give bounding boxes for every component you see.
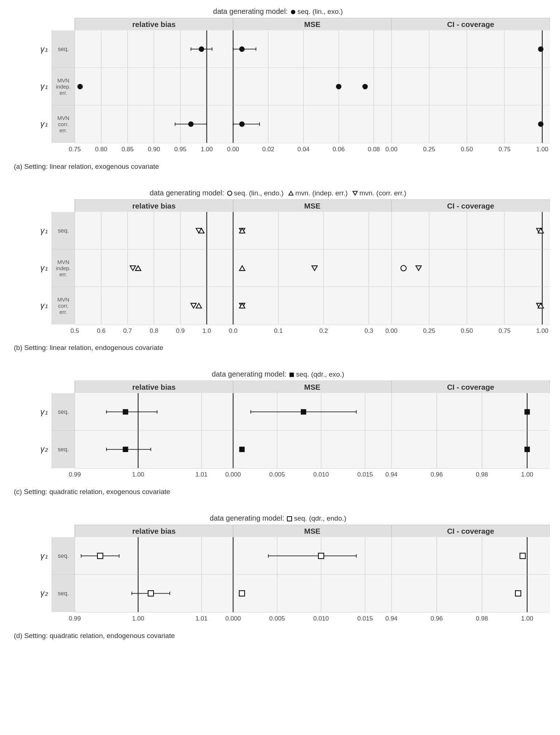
svg-text:corr.: corr. — [58, 121, 69, 127]
svg-text:0.005: 0.005 — [269, 615, 285, 622]
svg-text:MSE: MSE — [304, 202, 320, 210]
svg-text:corr.: corr. — [58, 303, 69, 309]
panel-legend-d: data generating model: seq. (qdr., endo.… — [10, 514, 550, 522]
svg-text:0.90: 0.90 — [148, 145, 160, 153]
svg-text:relative bias: relative bias — [132, 20, 176, 28]
svg-rect-305 — [75, 431, 233, 468]
svg-text:0.010: 0.010 — [313, 615, 329, 622]
svg-rect-320 — [239, 447, 245, 452]
panel-caption-d: (d) Setting: quadratic relation, endogen… — [10, 632, 550, 640]
svg-text:0.010: 0.010 — [313, 471, 329, 478]
svg-rect-407 — [516, 591, 521, 596]
svg-text:MVN: MVN — [57, 259, 69, 265]
svg-text:0.04: 0.04 — [298, 145, 310, 153]
svg-text:MSE: MSE — [304, 20, 320, 28]
svg-rect-394 — [233, 575, 391, 612]
svg-text:γ₁: γ₁ — [40, 263, 47, 272]
svg-rect-327 — [525, 447, 530, 452]
svg-text:seq.: seq. — [58, 409, 69, 415]
chart-svg-d: relative biasMSECI - coverageγ₁seq.γ₂seq… — [10, 525, 550, 631]
svg-point-96 — [188, 121, 194, 127]
svg-text:γ₁: γ₁ — [40, 225, 47, 235]
svg-rect-108 — [392, 105, 550, 143]
svg-text:γ₁: γ₁ — [40, 551, 47, 560]
svg-text:0.06: 0.06 — [332, 145, 345, 153]
svg-text:1.00: 1.00 — [521, 471, 533, 478]
svg-text:0.98: 0.98 — [476, 615, 488, 622]
svg-text:0.85: 0.85 — [121, 145, 133, 153]
svg-text:0.02: 0.02 — [262, 145, 274, 153]
svg-text:0.00: 0.00 — [385, 327, 397, 334]
svg-point-70 — [362, 84, 368, 89]
svg-rect-379 — [520, 553, 525, 559]
svg-text:γ₂: γ₂ — [40, 588, 48, 598]
svg-point-37 — [239, 46, 245, 52]
svg-text:0.80: 0.80 — [95, 145, 107, 153]
svg-text:0.2: 0.2 — [319, 327, 328, 334]
svg-text:1.01: 1.01 — [195, 615, 207, 622]
svg-text:0.25: 0.25 — [423, 327, 435, 334]
svg-text:0.75: 0.75 — [498, 145, 510, 153]
svg-rect-313 — [123, 447, 128, 452]
svg-marker-133 — [289, 191, 293, 195]
svg-point-0 — [291, 10, 295, 14]
svg-text:0.50: 0.50 — [461, 327, 473, 334]
svg-text:1.0: 1.0 — [202, 327, 211, 334]
svg-text:err.: err. — [59, 272, 67, 277]
svg-text:relative bias: relative bias — [132, 383, 176, 391]
svg-text:0.75: 0.75 — [69, 145, 81, 153]
chart-svg-c: relative biasMSECI - coverageγ₁seq.γ₂seq… — [10, 381, 550, 487]
svg-text:0.000: 0.000 — [225, 615, 241, 622]
svg-point-69 — [336, 84, 342, 89]
svg-text:0.96: 0.96 — [431, 471, 443, 478]
svg-text:CI - coverage: CI - coverage — [447, 20, 494, 28]
svg-text:1.00: 1.00 — [521, 615, 533, 622]
svg-rect-372 — [318, 553, 324, 559]
svg-text:γ₁: γ₁ — [40, 119, 47, 128]
svg-text:γ₁: γ₁ — [40, 407, 47, 416]
svg-text:0.95: 0.95 — [174, 145, 186, 153]
svg-rect-38 — [392, 30, 550, 68]
svg-rect-159 — [233, 212, 391, 249]
svg-rect-299 — [525, 409, 530, 415]
svg-text:0.00: 0.00 — [385, 145, 397, 153]
svg-rect-227 — [233, 287, 391, 324]
svg-text:CI - coverage: CI - coverage — [447, 383, 494, 391]
svg-rect-362 — [97, 553, 103, 559]
svg-text:γ₁: γ₁ — [40, 300, 47, 310]
svg-text:0.0: 0.0 — [229, 327, 238, 334]
svg-text:err.: err. — [59, 309, 67, 315]
svg-rect-71 — [392, 68, 550, 105]
svg-text:0.015: 0.015 — [357, 471, 373, 478]
panel-c: data generating model: seq. (qdr., exo.)… — [10, 370, 550, 496]
svg-text:relative bias: relative bias — [132, 202, 176, 210]
svg-rect-292 — [301, 409, 306, 415]
svg-text:0.7: 0.7 — [123, 327, 132, 334]
svg-rect-167 — [392, 212, 550, 249]
svg-text:err.: err. — [59, 90, 67, 96]
svg-text:MVN: MVN — [57, 297, 69, 303]
svg-rect-201 — [392, 249, 550, 287]
svg-text:1.00: 1.00 — [536, 327, 548, 334]
panel-legend-c: data generating model: seq. (qdr., exo.) — [10, 370, 550, 378]
svg-rect-193 — [233, 249, 391, 287]
svg-point-208 — [401, 265, 406, 271]
svg-text:0.000: 0.000 — [225, 471, 241, 478]
svg-text:CI - coverage: CI - coverage — [447, 527, 494, 535]
svg-rect-27 — [233, 30, 391, 68]
svg-point-132 — [228, 191, 232, 195]
panel-d: data generating model: seq. (qdr., endo.… — [10, 514, 550, 640]
svg-text:indep.: indep. — [56, 84, 71, 90]
chart-svg-a: relative biasMSECI - coverageγ₁seq.γ₁MVN… — [10, 18, 550, 162]
svg-rect-259 — [289, 373, 294, 377]
svg-rect-400 — [239, 591, 245, 596]
panel-legend-b: data generating model: seq. (lin., endo.… — [10, 189, 550, 197]
svg-text:err.: err. — [59, 128, 67, 133]
svg-text:CI - coverage: CI - coverage — [447, 202, 494, 210]
svg-text:MSE: MSE — [304, 527, 320, 535]
svg-marker-134 — [353, 191, 357, 195]
svg-text:1.00: 1.00 — [132, 471, 144, 478]
svg-text:0.08: 0.08 — [368, 145, 380, 153]
svg-point-26 — [199, 46, 204, 52]
svg-text:0.99: 0.99 — [69, 471, 81, 478]
